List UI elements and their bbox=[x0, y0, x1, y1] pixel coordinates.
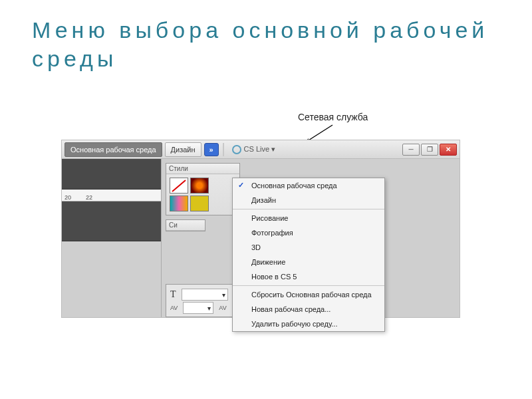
dark-band bbox=[62, 159, 161, 190]
style-swatch[interactable] bbox=[190, 196, 209, 211]
dropdown-item[interactable]: Движение bbox=[233, 255, 384, 269]
dropdown-item[interactable]: Новое в CS 5 bbox=[233, 269, 384, 284]
style-swatch[interactable] bbox=[190, 178, 209, 194]
workspace-dropdown: Основная рабочая среда Дизайн Рисование … bbox=[232, 178, 385, 332]
cs-live-button[interactable]: CS Live ▾ bbox=[228, 144, 280, 156]
dropdown-separator bbox=[233, 285, 384, 286]
annotation-label: Сетевая служба bbox=[298, 112, 368, 122]
slide-title: Меню выбора основной рабочей среды bbox=[32, 16, 500, 72]
dropdown-item[interactable]: Удалить рабочую среду... bbox=[233, 317, 384, 331]
dropdown-item[interactable]: 3D bbox=[233, 240, 384, 255]
close-button[interactable]: ✕ bbox=[440, 144, 457, 156]
workspace-more-button[interactable]: » bbox=[204, 143, 219, 156]
styles-panel[interactable]: Стили bbox=[166, 163, 240, 215]
cs-live-label: CS Live ▾ bbox=[244, 145, 276, 154]
chevron-down-icon: ▾ bbox=[207, 305, 211, 312]
app-topbar: Основная рабочая среда Дизайн » CS Live … bbox=[62, 140, 460, 159]
type-glyph-icon: T bbox=[170, 289, 176, 300]
chevron-down-icon: ▾ bbox=[222, 291, 225, 299]
kerning-select[interactable]: ▾ bbox=[183, 302, 213, 314]
tracking-label: AV bbox=[219, 305, 226, 311]
dropdown-separator bbox=[233, 209, 384, 209]
maximize-button[interactable]: ❐ bbox=[421, 144, 438, 156]
dropdown-item[interactable]: Рисование bbox=[233, 211, 384, 225]
app-window: Основная рабочая среда Дизайн » CS Live … bbox=[61, 140, 460, 318]
separator bbox=[223, 143, 224, 156]
ruler-tick: 20 bbox=[65, 194, 71, 201]
symbols-panel-title: Си bbox=[166, 220, 205, 231]
dropdown-item[interactable]: Новая рабочая среда... bbox=[233, 302, 384, 317]
dropdown-item[interactable]: Дизайн bbox=[233, 193, 384, 207]
style-swatch[interactable] bbox=[170, 196, 188, 211]
left-column: 20 22 bbox=[62, 159, 162, 317]
dropdown-item[interactable]: Фотография bbox=[233, 225, 384, 240]
work-area: 20 22 Стили Си bbox=[62, 159, 460, 317]
svg-line-2 bbox=[172, 180, 186, 192]
cslive-ring-icon bbox=[232, 145, 241, 154]
window-controls: ─ ❐ ✕ bbox=[402, 144, 457, 156]
dropdown-item[interactable]: Основная рабочая среда bbox=[233, 178, 384, 193]
ruler: 20 22 bbox=[62, 190, 161, 201]
font-select[interactable]: ▾ bbox=[182, 289, 228, 301]
dropdown-item[interactable]: Сбросить Основная рабочая среда bbox=[233, 287, 384, 302]
style-swatch[interactable] bbox=[170, 178, 188, 194]
symbols-panel[interactable]: Си bbox=[166, 219, 205, 231]
workspace-current-button[interactable]: Основная рабочая среда bbox=[65, 142, 162, 157]
canvas-area[interactable] bbox=[62, 201, 161, 241]
ruler-tick: 22 bbox=[86, 194, 92, 201]
style-swatches bbox=[166, 174, 239, 215]
minimize-button[interactable]: ─ bbox=[402, 144, 420, 156]
styles-panel-title: Стили bbox=[166, 164, 239, 174]
kerning-label: AV bbox=[170, 305, 178, 311]
workspace-design-button[interactable]: Дизайн bbox=[165, 142, 201, 157]
